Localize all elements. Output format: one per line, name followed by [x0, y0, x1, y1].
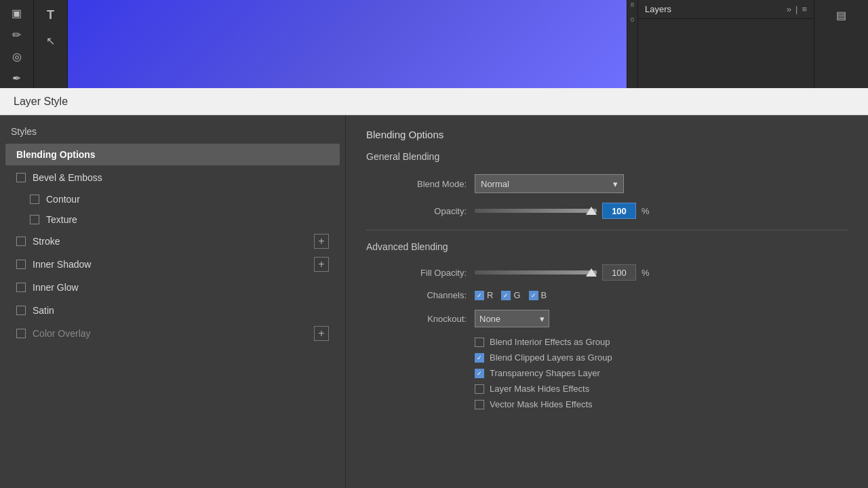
sidebar-item-texture[interactable]: Texture: [5, 210, 340, 229]
top-right-area: ▤: [814, 0, 868, 88]
contour-checkbox[interactable]: [30, 195, 39, 204]
blend-mode-label: Blend Mode:: [366, 179, 475, 189]
top-bar: ▣ ✏ ◎ ✒ T ↖ 8 0 Layers » | ≡ ▤: [0, 0, 868, 88]
inner-shadow-checkbox[interactable]: [16, 260, 26, 269]
color-overlay-label: Color Overlay: [33, 328, 91, 339]
blend-interior-checkbox[interactable]: [475, 338, 484, 347]
bevel-emboss-label: Bevel & Emboss: [33, 172, 102, 183]
channel-b-item: B: [529, 290, 547, 300]
marquee-tool[interactable]: ▣: [5, 3, 29, 23]
menu-icon[interactable]: ≡: [802, 4, 807, 14]
opacity-slider-container: %: [475, 203, 650, 219]
opacity-slider-thumb[interactable]: [586, 207, 597, 215]
sidebar-item-inner-glow[interactable]: Inner Glow: [5, 277, 340, 298]
divider-1: [366, 230, 848, 230]
channel-g-label: G: [513, 290, 520, 300]
opacity-label: Opacity:: [366, 206, 475, 216]
opacity-input[interactable]: [602, 203, 636, 219]
blend-interior-row: Blend Interior Effects as Group: [366, 337, 848, 347]
layer-mask-row: Layer Mask Hides Effects: [366, 384, 848, 394]
double-chevron-icon[interactable]: »: [787, 4, 791, 14]
main-content: Styles Blending Options Bevel & Emboss C…: [0, 115, 868, 488]
layer-style-titlebar: Layer Style: [0, 88, 868, 115]
opacity-row: Opacity: %: [366, 203, 848, 219]
channels-row: Channels: R G B: [366, 290, 848, 300]
layer-style-title: Layer Style: [14, 96, 68, 108]
color-overlay-checkbox[interactable]: [16, 329, 26, 338]
stroke-checkbox[interactable]: [16, 237, 26, 246]
styles-header: Styles: [0, 122, 345, 144]
knockout-chevron-icon: ▾: [540, 314, 545, 324]
sidebar-item-inner-shadow[interactable]: Inner Shadow +: [5, 253, 340, 275]
layers-header: Layers » | ≡: [638, 0, 814, 19]
layers-panel: Layers » | ≡: [637, 0, 814, 88]
canvas-preview: 8 0: [68, 0, 637, 88]
blend-mode-select[interactable]: Normal ▾: [475, 174, 624, 193]
stroke-label: Stroke: [33, 236, 60, 247]
bevel-emboss-checkbox[interactable]: [16, 173, 26, 182]
ruler-vertical: 8 0: [627, 0, 637, 88]
inner-shadow-label: Inner Shadow: [33, 259, 91, 270]
blend-clipped-checkbox[interactable]: [475, 353, 484, 363]
sidebar-item-stroke[interactable]: Stroke +: [5, 230, 340, 252]
fill-opacity-label: Fill Opacity:: [366, 268, 475, 278]
knockout-row: Knockout: None ▾: [366, 310, 848, 327]
sidebar-item-blending-options[interactable]: Blending Options: [5, 144, 340, 165]
knockout-value: None: [479, 314, 500, 324]
fill-opacity-slider-track[interactable]: [475, 270, 597, 274]
channel-r-checkbox[interactable]: [475, 291, 484, 300]
layers-title: Layers: [645, 4, 781, 14]
text-tool[interactable]: T: [39, 3, 63, 27]
layer-mask-label: Layer Mask Hides Effects: [490, 384, 589, 394]
arrow-tool[interactable]: ↖: [39, 28, 63, 53]
fill-opacity-slider-container: %: [475, 264, 650, 281]
layers-icon-btn[interactable]: ▤: [829, 3, 854, 27]
fill-opacity-input[interactable]: [602, 264, 636, 281]
advanced-blending-subtitle: Advanced Blending: [366, 241, 848, 255]
inner-shadow-add-btn[interactable]: +: [314, 257, 329, 272]
vector-mask-label: Vector Mask Hides Effects: [490, 399, 593, 409]
tool-sidebar-2: T ↖: [34, 0, 68, 88]
satin-checkbox[interactable]: [16, 306, 26, 315]
vector-mask-checkbox[interactable]: [475, 400, 484, 409]
channels-container: R G B: [475, 290, 547, 300]
blend-interior-label: Blend Interior Effects as Group: [490, 337, 610, 347]
blend-mode-value: Normal: [481, 179, 509, 189]
channel-b-label: B: [541, 290, 547, 300]
vector-mask-row: Vector Mask Hides Effects: [366, 399, 848, 409]
texture-checkbox[interactable]: [30, 215, 39, 224]
stroke-add-btn[interactable]: +: [314, 234, 329, 249]
opacity-slider-track[interactable]: [475, 209, 597, 213]
channel-g-checkbox[interactable]: [501, 291, 511, 300]
channel-b-checkbox[interactable]: [529, 291, 538, 300]
texture-label: Texture: [46, 214, 77, 225]
transparency-shapes-label: Transparency Shapes Layer: [490, 368, 600, 378]
blend-clipped-row: Blend Clipped Layers as Group: [366, 352, 848, 363]
sidebar-item-color-overlay[interactable]: Color Overlay +: [5, 323, 340, 344]
transparency-shapes-checkbox[interactable]: [475, 369, 484, 378]
inner-glow-label: Inner Glow: [33, 282, 79, 293]
layers-icons: » | ≡: [787, 4, 807, 14]
pen-tool[interactable]: ✒: [5, 68, 29, 88]
satin-label: Satin: [33, 305, 54, 316]
inner-glow-checkbox[interactable]: [16, 283, 26, 292]
healing-tool[interactable]: ◎: [5, 46, 29, 66]
layer-mask-checkbox[interactable]: [475, 384, 484, 394]
sidebar-item-bevel-emboss[interactable]: Bevel & Emboss: [5, 167, 340, 188]
channel-r-label: R: [487, 290, 493, 300]
fill-opacity-pct: %: [642, 268, 650, 278]
knockout-select[interactable]: None ▾: [475, 310, 549, 327]
brush-tool[interactable]: ✏: [5, 24, 29, 45]
fill-opacity-slider-thumb[interactable]: [586, 268, 597, 277]
color-overlay-add-btn[interactable]: +: [314, 326, 329, 341]
fill-opacity-row: Fill Opacity: %: [366, 264, 848, 281]
channel-g-item: G: [501, 290, 520, 300]
sidebar-item-contour[interactable]: Contour: [5, 190, 340, 209]
blend-mode-row: Blend Mode: Normal ▾: [366, 174, 848, 193]
blending-options-section-title: Blending Options: [366, 129, 848, 140]
sidebar-item-satin[interactable]: Satin: [5, 300, 340, 321]
blending-options-label: Blending Options: [16, 149, 96, 160]
channels-label: Channels:: [366, 290, 475, 300]
tool-sidebar: ▣ ✏ ◎ ✒: [0, 0, 34, 88]
opacity-pct: %: [642, 206, 650, 216]
